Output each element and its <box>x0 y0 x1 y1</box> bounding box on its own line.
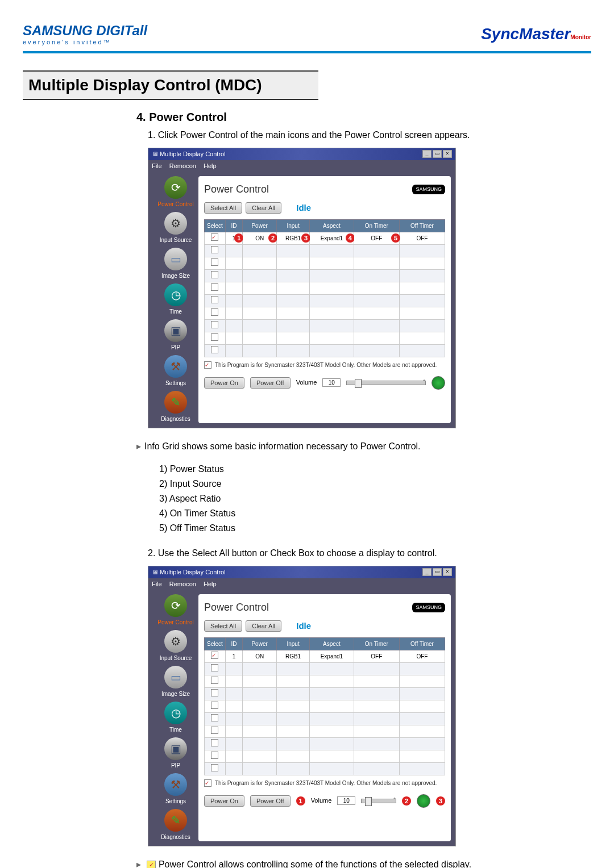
syncmaster-logo: SyncMasterMonitor <box>481 25 591 43</box>
sidebar-item-diag[interactable]: ✎Diagnostics <box>153 391 198 423</box>
select-all-button[interactable]: Select All <box>204 202 242 214</box>
info-grid: Select ID Power Input Aspect On Timer Of… <box>204 219 445 357</box>
badge-3: 3 <box>436 796 445 806</box>
gear-icon: ⚒ <box>164 355 187 378</box>
menu-help[interactable]: Help <box>204 162 217 169</box>
section-heading: 4. Power Control <box>136 108 591 126</box>
maximize-icon[interactable]: ▭ <box>433 150 442 158</box>
plug-icon: ⚙ <box>164 630 187 653</box>
clear-all-button[interactable]: Clear All <box>246 620 281 632</box>
col-aspect: Aspect <box>310 219 354 232</box>
power-icon: ⟳ <box>164 594 187 617</box>
sidebar-item-input[interactable]: ⚙Input Source <box>153 212 198 244</box>
row-checkbox[interactable] <box>211 739 218 746</box>
note-checkbox-icon <box>204 361 211 369</box>
power-off-button[interactable]: Power Off <box>250 795 291 807</box>
status-idle: Idle <box>296 620 311 633</box>
sidebar-item-input[interactable]: ⚙Input Source <box>153 630 198 662</box>
window-titlebar: 🖥 Multiple Display Control _ ▭ × <box>148 566 455 578</box>
sidebar-item-diag[interactable]: ✎Diagnostics <box>153 809 198 841</box>
note-checkbox-icon <box>204 779 211 787</box>
col-offtimer: Off Timer <box>399 637 445 650</box>
menubar: File Remocon Help <box>148 160 455 172</box>
col-input: Input <box>277 637 310 650</box>
row-checkbox[interactable] <box>211 764 218 771</box>
sidebar-item-power[interactable]: ⟳Power Control <box>153 594 198 627</box>
sidebar-item-time[interactable]: ◷Time <box>153 702 198 734</box>
row-checkbox[interactable] <box>211 246 218 253</box>
sidebar-item-size[interactable]: ▭Image Size <box>153 248 198 280</box>
pip-icon: ▣ <box>164 319 187 342</box>
menu-help[interactable]: Help <box>204 581 217 587</box>
badge-5: 5 <box>391 233 400 243</box>
row-checkbox[interactable] <box>211 308 218 316</box>
volume-slider[interactable]: -+ <box>361 799 396 803</box>
power-on-button[interactable]: Power On <box>204 795 244 807</box>
power-off-button[interactable]: Power Off <box>250 377 291 389</box>
sidebar-item-pip[interactable]: ▣PIP <box>153 737 198 770</box>
menu-remocon[interactable]: Remocon <box>169 162 196 169</box>
minimize-icon[interactable]: _ <box>422 568 432 576</box>
row-checkbox[interactable] <box>211 333 218 341</box>
info-list-1: 1) Power Status 2) Input Source 3) Aspec… <box>159 462 591 535</box>
power-on-button[interactable]: Power On <box>204 377 244 389</box>
app-screenshot-1: 🖥 Multiple Display Control _ ▭ × File Re… <box>148 148 456 428</box>
diag-icon: ✎ <box>164 391 187 414</box>
row-checkbox[interactable] <box>211 283 218 291</box>
clock-icon: ◷ <box>164 283 187 306</box>
panel-title: Power Control <box>204 600 269 615</box>
row-checkbox[interactable] <box>211 233 218 241</box>
footer-note: This Program is for Syncmaster 323T/403T… <box>204 361 445 369</box>
page-header: SAMSUNG DIGITall everyone's invited™ Syn… <box>23 23 591 53</box>
check-icon: ✓ <box>147 861 156 868</box>
select-all-button[interactable]: Select All <box>204 620 242 632</box>
row-checkbox[interactable] <box>211 727 218 734</box>
maximize-icon[interactable]: ▭ <box>433 568 442 576</box>
power-icon: ⟳ <box>164 176 187 199</box>
sidebar-item-settings[interactable]: ⚒Settings <box>153 773 198 806</box>
app-screenshot-2: 🖥 Multiple Display Control _ ▭ × File Re… <box>148 566 456 846</box>
status-idle: Idle <box>296 202 311 215</box>
close-icon[interactable]: × <box>443 150 452 158</box>
col-id: ID <box>225 219 242 232</box>
menubar: File Remocon Help <box>148 578 455 590</box>
sidebar-item-size[interactable]: ▭Image Size <box>153 666 198 698</box>
row-checkbox[interactable] <box>211 702 218 709</box>
row-checkbox[interactable] <box>211 714 218 721</box>
volume-label: Volume <box>296 378 317 387</box>
screen-icon: ▭ <box>164 248 187 270</box>
row-checkbox[interactable] <box>211 652 218 659</box>
sidebar-item-settings[interactable]: ⚒Settings <box>153 355 198 387</box>
menu-remocon[interactable]: Remocon <box>169 581 196 587</box>
info-intro-1: Info Grid shows some basic information n… <box>136 440 591 453</box>
panel-title: Power Control <box>204 182 269 197</box>
row-checkbox[interactable] <box>211 258 218 266</box>
menu-file[interactable]: File <box>152 581 162 587</box>
row-checkbox[interactable] <box>211 677 218 684</box>
speaker-icon[interactable] <box>417 794 430 808</box>
volume-input[interactable] <box>322 378 341 387</box>
col-ontimer: On Timer <box>354 219 399 232</box>
row-checkbox[interactable] <box>211 752 218 759</box>
minimize-icon[interactable]: _ <box>422 150 432 158</box>
sidebar-item-power[interactable]: ⟳Power Control <box>153 176 198 208</box>
col-select: Select <box>205 219 226 232</box>
row-checkbox[interactable] <box>211 321 218 328</box>
sidebar-item-time[interactable]: ◷Time <box>153 283 198 316</box>
clear-all-button[interactable]: Clear All <box>246 202 281 214</box>
info-grid: Select ID Power Input Aspect On Timer Of… <box>204 637 445 775</box>
info-intro-2: ✓ Power Control allows controlling some … <box>136 858 591 868</box>
speaker-icon[interactable] <box>432 376 445 390</box>
col-ontimer: On Timer <box>354 637 399 650</box>
sidebar-item-pip[interactable]: ▣PIP <box>153 319 198 352</box>
row-checkbox[interactable] <box>211 664 218 671</box>
menu-file[interactable]: File <box>152 162 162 169</box>
samsung-badge: SAMSUNG <box>412 185 445 195</box>
volume-slider[interactable]: -+ <box>346 381 426 385</box>
row-checkbox[interactable] <box>211 296 218 303</box>
row-checkbox[interactable] <box>211 271 218 278</box>
close-icon[interactable]: × <box>443 568 452 576</box>
row-checkbox[interactable] <box>211 689 218 696</box>
volume-input[interactable] <box>337 796 355 805</box>
row-checkbox[interactable] <box>211 346 218 353</box>
